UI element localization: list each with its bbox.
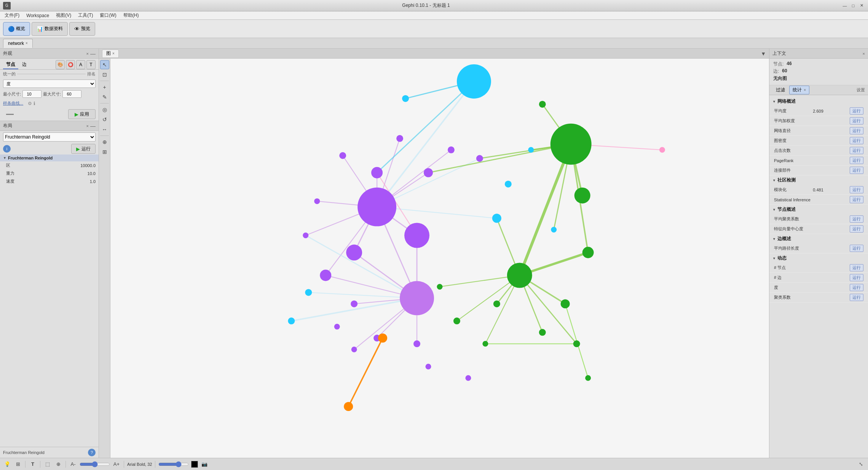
menu-help[interactable]: 帮助(H) [120, 11, 142, 19]
font-size-slider[interactable] [80, 461, 110, 467]
stat-run-0[interactable]: 运行 [850, 107, 863, 115]
layout-minimize[interactable]: — [90, 123, 96, 129]
toolbar-separator-1 [100, 81, 109, 81]
spline-button[interactable]: 样条曲线... [0, 100, 26, 107]
stat-connected: 连接部件 运行 [769, 166, 868, 175]
graph-tab-main[interactable]: 图 × [102, 49, 119, 58]
context-close[interactable]: × [863, 51, 865, 56]
tab-nodes[interactable]: 节点 [3, 61, 18, 69]
menu-tools[interactable]: 工具(T) [75, 11, 96, 19]
stat-run-m0[interactable]: 运行 [850, 186, 863, 193]
section-label-nodes: 节点概述 [777, 206, 796, 213]
max-size-input[interactable] [62, 90, 81, 98]
stats-settings[interactable]: 设置 [857, 87, 865, 93]
stat-run-3[interactable]: 运行 [850, 137, 863, 144]
overview-label: 概览 [16, 25, 25, 32]
menu-view[interactable]: 视图(V) [53, 11, 74, 19]
stat-run-d2[interactable]: 运行 [850, 284, 863, 291]
section-triangle-edges: ▼ [772, 237, 776, 241]
close-button[interactable]: ✕ [858, 2, 865, 9]
apply-button[interactable]: ▶ 应用 [68, 109, 96, 119]
tool-rect[interactable]: ⊡ [100, 70, 109, 79]
opacity-slider-container [158, 461, 189, 467]
layout-algorithm-select[interactable]: Fruchterman Reingold [3, 132, 96, 142]
layout-info-button[interactable]: i [3, 145, 11, 153]
tool-scale[interactable]: ↔ [100, 125, 109, 134]
stat-run-d0[interactable]: 运行 [850, 264, 863, 271]
workspace-tab-close[interactable]: × [26, 41, 28, 45]
layout-help-button[interactable]: ? [88, 449, 96, 456]
tool-grid[interactable]: ⊞ [100, 147, 109, 156]
font-decrease[interactable]: A- [69, 460, 77, 468]
stats-tab[interactable]: 统计 × [789, 86, 809, 94]
tool-select[interactable]: ↖ [100, 60, 109, 69]
stat-dyn-nodes: # 节点 运行 [769, 263, 868, 273]
layout-close[interactable]: × [86, 124, 89, 128]
stat-run-5[interactable]: 运行 [850, 157, 863, 164]
svg-point-58 [339, 152, 346, 159]
grid-button[interactable]: ⊞ [14, 460, 22, 468]
tool-lasso[interactable]: ◎ [100, 105, 109, 114]
svg-point-77 [493, 300, 500, 307]
stat-value-0: 2.609 [813, 109, 823, 113]
stat-run-d1[interactable]: 运行 [850, 274, 863, 281]
appearance-title: 外观 [3, 50, 12, 57]
graph-canvas[interactable] [110, 59, 769, 458]
context-title: 上下文 [772, 50, 786, 57]
workspace-tab-network[interactable]: network × [3, 39, 33, 48]
color-icon-btn[interactable]: 🎨 [56, 60, 65, 69]
filter-tab[interactable]: 过滤 [772, 86, 788, 94]
color-picker[interactable] [191, 461, 198, 468]
param-label-0: 区 [6, 163, 10, 168]
menu-file[interactable]: 文件(F) [2, 11, 22, 19]
opacity-slider[interactable] [158, 461, 189, 467]
resize-button[interactable]: ⤡ [857, 460, 865, 468]
stats-tab-close[interactable]: × [804, 88, 806, 92]
screenshot-button[interactable]: 📷 [200, 460, 209, 468]
stat-run-m1[interactable]: 运行 [850, 196, 863, 203]
font-increase[interactable]: A+ [112, 460, 121, 468]
attr-select[interactable]: 度 [3, 80, 96, 88]
stat-label-d1: # 边 [774, 275, 782, 280]
T-button[interactable]: T [29, 460, 37, 468]
menu-window[interactable]: 窗口(W) [97, 11, 119, 19]
maximize-button[interactable]: □ [850, 2, 857, 9]
stat-modularity: 模块化 0.481 运行 [769, 185, 868, 195]
layout-run-button[interactable]: ▶ 运行 [71, 144, 96, 154]
minimize-button[interactable]: — [841, 2, 848, 9]
stat-run-6[interactable]: 运行 [850, 167, 863, 174]
edges-value: 60 [782, 68, 787, 75]
stat-run-n1[interactable]: 运行 [850, 225, 863, 233]
run-icon: ▶ [76, 146, 80, 152]
stat-run-d3[interactable]: 运行 [850, 294, 863, 301]
menu-workspace[interactable]: Workspace [23, 12, 52, 19]
appearance-close[interactable]: × [86, 51, 89, 56]
preview-button[interactable]: 👁 预览 [69, 22, 95, 36]
overview-button[interactable]: 🔵 概览 [3, 22, 30, 36]
center-button[interactable]: ⊕ [54, 460, 62, 468]
min-size-input[interactable] [22, 90, 41, 98]
stat-run-1[interactable]: 运行 [850, 117, 863, 124]
tool-zoom-in[interactable]: + [100, 83, 109, 92]
stat-label-d2: 度 [774, 285, 778, 290]
bulb-button[interactable]: 💡 [3, 460, 11, 468]
tab-edges[interactable]: 边 [19, 61, 30, 69]
graph-tab-close[interactable]: × [112, 51, 115, 56]
appearance-minimize[interactable]: — [90, 51, 96, 57]
stat-clustering: 平均聚类系数 运行 [769, 214, 868, 224]
context-type-row: 无向图 [773, 75, 864, 82]
bbox-button[interactable]: ⬚ [43, 460, 52, 468]
stat-run-4[interactable]: 运行 [850, 147, 863, 154]
tool-edit[interactable]: ✎ [100, 92, 109, 102]
stat-run-n0[interactable]: 运行 [850, 215, 863, 223]
size-icon-btn[interactable]: ⭕ [66, 60, 75, 69]
stat-run-2[interactable]: 运行 [850, 127, 863, 134]
tool-zoom-graph[interactable]: ⊕ [100, 137, 109, 147]
stat-run-e0[interactable]: 运行 [850, 245, 863, 252]
svg-point-92 [585, 375, 591, 381]
tool-rotate[interactable]: ↺ [100, 115, 109, 124]
graph-collapse-button[interactable]: ▼ [761, 51, 766, 57]
label-size-btn[interactable]: T [86, 60, 96, 69]
label-color-btn[interactable]: A [76, 60, 85, 69]
data-button[interactable]: 📊 数据资料 [32, 22, 68, 36]
